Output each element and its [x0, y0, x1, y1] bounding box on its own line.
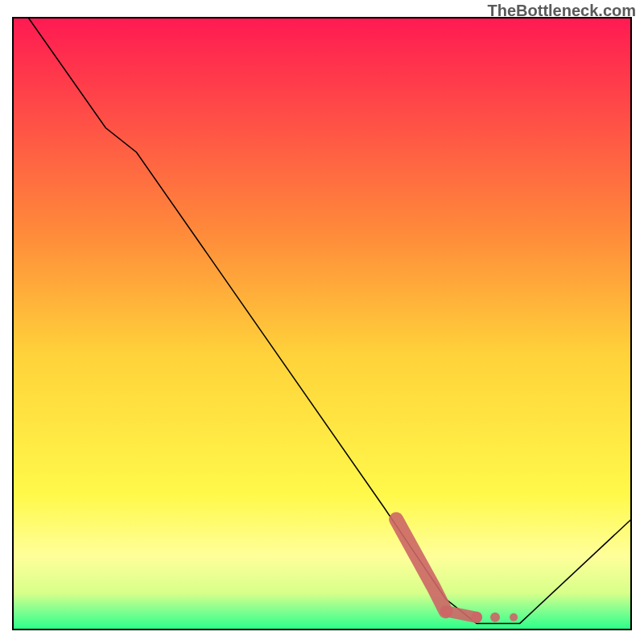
gradient-background — [13, 18, 631, 630]
chart-container: TheBottleneck.com — [0, 0, 644, 644]
svg-point-2 — [510, 613, 518, 621]
svg-point-0 — [471, 612, 482, 623]
svg-point-1 — [490, 613, 500, 622]
bottleneck-chart — [0, 0, 644, 644]
watermark-text: TheBottleneck.com — [488, 2, 636, 20]
